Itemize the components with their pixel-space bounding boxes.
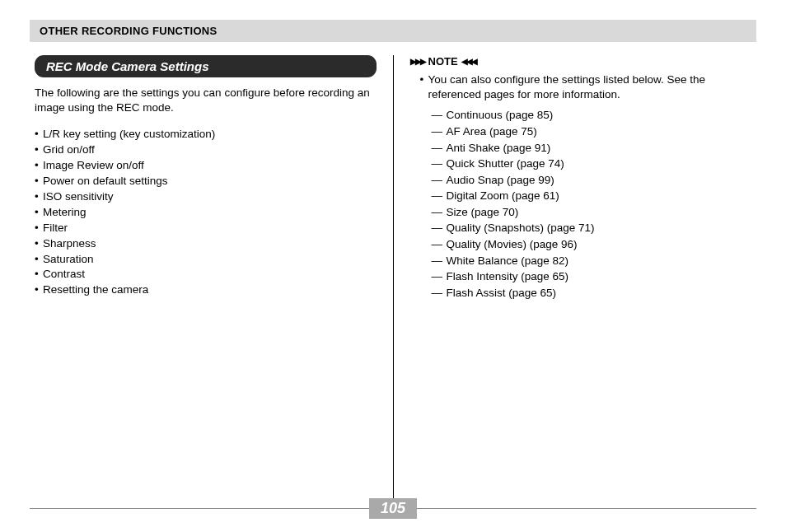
note-header: ▶▶▶ NOTE ◀◀◀ xyxy=(410,55,752,68)
list-item: L/R key setting (key customization) xyxy=(35,127,377,142)
page-footer: 105 xyxy=(30,498,756,519)
page-number: 105 xyxy=(369,498,417,519)
list-item: Continuous (page 85) xyxy=(432,107,752,124)
chapter-header: OTHER RECORDING FUNCTIONS xyxy=(30,20,756,42)
list-item: AF Area (page 75) xyxy=(432,124,752,140)
list-item: Quality (Movies) (page 96) xyxy=(432,236,752,253)
list-item: Saturation xyxy=(35,252,377,268)
footer-rule-right xyxy=(417,508,756,509)
right-column: ▶▶▶ NOTE ◀◀◀ You can also configure the … xyxy=(394,55,757,500)
note-items-list: Continuous (page 85) AF Area (page 75) A… xyxy=(410,107,752,301)
list-item: Contrast xyxy=(35,267,377,282)
list-item: Power on default settings xyxy=(35,174,377,189)
list-item: Audio Snap (page 99) xyxy=(432,172,752,189)
list-item: Filter xyxy=(35,221,377,236)
list-item: Sharpness xyxy=(35,236,377,252)
list-item: Quality (Snapshots) (page 71) xyxy=(432,220,752,236)
list-item: Flash Intensity (page 65) xyxy=(432,268,752,285)
arrows-left-icon: ◀◀◀ xyxy=(461,57,476,66)
note-text: You can also configure the settings list… xyxy=(410,72,752,102)
list-item: Metering xyxy=(35,205,377,221)
intro-paragraph: The following are the settings you can c… xyxy=(35,86,377,115)
settings-list: L/R key setting (key customization) Grid… xyxy=(35,127,377,298)
list-item: White Balance (page 82) xyxy=(432,253,752,269)
footer-rule-left xyxy=(30,508,369,509)
list-item: Quick Shutter (page 74) xyxy=(432,156,752,172)
list-item: ISO sensitivity xyxy=(35,189,377,205)
note-label: NOTE xyxy=(428,55,458,68)
list-item: Image Review on/off xyxy=(35,158,377,174)
arrows-right-icon: ▶▶▶ xyxy=(410,57,425,66)
list-item: Size (page 70) xyxy=(432,204,752,221)
list-item: Anti Shake (page 91) xyxy=(432,140,752,156)
list-item: Flash Assist (page 65) xyxy=(432,285,752,301)
two-column-layout: REC Mode Camera Settings The following a… xyxy=(30,55,756,500)
left-column: REC Mode Camera Settings The following a… xyxy=(30,55,393,500)
manual-page: OTHER RECORDING FUNCTIONS REC Mode Camer… xyxy=(0,0,786,532)
list-item: Grid on/off xyxy=(35,142,377,158)
list-item: Digital Zoom (page 61) xyxy=(432,188,752,204)
list-item: Resetting the camera xyxy=(35,282,377,298)
section-title: REC Mode Camera Settings xyxy=(35,55,377,77)
